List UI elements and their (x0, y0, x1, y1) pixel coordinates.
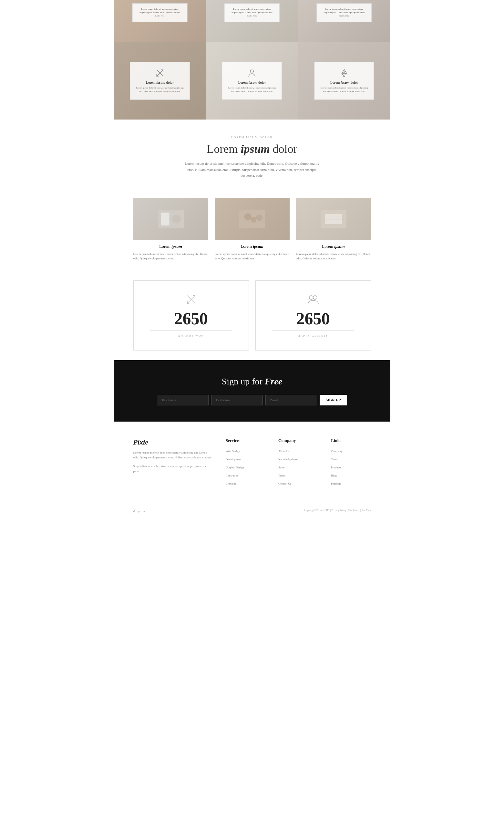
svg-point-12 (256, 214, 262, 221)
footer-about-1: Lorem ipsum dolor sit enet, consectetuer… (133, 450, 213, 460)
svg-point-20 (313, 296, 317, 299)
portfolio-item-1[interactable]: Lorem ipsum dolor sit amet, consectetuer… (114, 0, 206, 42)
link-company[interactable]: Company (331, 450, 342, 453)
link-team[interactable]: Team (331, 458, 338, 461)
facebook-icon[interactable]: f (133, 509, 135, 515)
twitter-icon[interactable]: t (139, 509, 140, 515)
footer-top: Pixie Lorem ipsum dolor sit enet, consec… (133, 438, 371, 488)
footer-company: Company About Us Knowledge base Story Te… (278, 438, 318, 488)
feature-1: Lorem ipsum Lorem ipsum dolor sit amet, … (133, 198, 208, 261)
feature-title-3: Lorem ipsum (296, 244, 371, 249)
services-list: Web Design Development Graphic Design Il… (226, 448, 265, 486)
list-item: Branding (226, 480, 265, 486)
portfolio-item-2[interactable]: Lorem ipsum dolor sit amet, consectetuer… (206, 0, 298, 42)
footer-brand: Pixie Lorem ipsum dolor sit enet, consec… (133, 438, 213, 488)
portfolio-desc-4: Lorem ipsum dolor sit amet, consectetuer… (136, 86, 184, 93)
svg-marker-4 (342, 72, 346, 75)
svg-point-2 (250, 70, 253, 73)
social-links: f t t (133, 509, 145, 515)
tumblr-icon[interactable]: t (143, 509, 145, 515)
portfolio-desc-6: Lorem ipsum dolor sit amet, consectetuer… (320, 86, 368, 93)
signup-title: Sign up for Free (120, 376, 384, 387)
list-item: Illustration (226, 472, 265, 478)
list-item: Story (278, 464, 318, 470)
features-section: Lorem ipsum Lorem ipsum dolor sit amet, … (114, 188, 390, 271)
awards-label: AWARDS WON (140, 334, 242, 337)
section-label: LOREM IPSUM DOLOR (120, 136, 384, 139)
list-item: Web Design (226, 448, 265, 453)
signup-form: SIGN UP (120, 395, 384, 405)
list-item: Portfolio (331, 480, 371, 486)
company-about[interactable]: About Us (278, 450, 290, 453)
clients-number: 2650 (262, 310, 364, 327)
clients-icon (262, 294, 364, 307)
svg-rect-7 (160, 212, 169, 226)
feature-image-1 (133, 198, 208, 240)
copyright: Copyright Website 2017 | Privacy Policy … (304, 509, 371, 512)
footer-bottom: f t t Copyright Website 2017 | Privacy P… (133, 501, 371, 515)
list-item: Products (331, 464, 371, 470)
feature-image-3 (296, 198, 371, 240)
company-contact[interactable]: Contact Us (278, 482, 291, 485)
portfolio-text-3: Lorem ipsum dolor sit amet, consectetuer… (322, 7, 365, 18)
footer-about-2: Suspendisse urna nibh, viverra non, semp… (133, 464, 213, 474)
list-item: About Us (278, 448, 318, 453)
company-list: About Us Knowledge base Story Terms Cont… (278, 448, 318, 486)
portfolio-row2: Lorem ipsum dolor Lorem ipsum dolor sit … (114, 42, 390, 119)
company-heading: Company (278, 438, 318, 443)
svg-point-10 (244, 213, 251, 220)
service-graphic-design[interactable]: Graphic Design (226, 466, 244, 469)
svg-rect-14 (325, 214, 342, 224)
service-development[interactable]: Development (226, 458, 242, 461)
person-icon (228, 68, 276, 79)
stat-clients: 2650 HAPPY CLIENTS (255, 280, 371, 350)
link-products[interactable]: Products (331, 466, 341, 469)
list-item: Company (331, 448, 371, 453)
footer-links: Links Company Team Products Blog Portfol… (331, 438, 371, 488)
services-heading: Services (226, 438, 265, 443)
clients-divider (272, 331, 354, 331)
service-illustration[interactable]: Illustration (226, 474, 239, 477)
link-portfolio[interactable]: Portfolio (331, 482, 341, 485)
clients-label: HAPPY CLIENTS (262, 334, 364, 337)
portfolio-item-5[interactable]: Lorem ipsum dolor Lorem ipsum dolor sit … (206, 42, 298, 119)
feature-desc-3: Lorem ipsum dolor sit amet, consectetuer… (296, 252, 371, 261)
section-title: Lorem ipsum dolor (120, 142, 384, 156)
feature-image-2 (215, 198, 290, 240)
portfolio-text-1: Lorem ipsum dolor sit amet, consectetuer… (139, 7, 182, 18)
signup-button[interactable]: SIGN UP (320, 395, 347, 405)
list-item: Graphic Design (226, 464, 265, 470)
feature-title-2: Lorem ipsum (215, 244, 290, 249)
lastname-input[interactable] (211, 395, 263, 405)
svg-point-8 (172, 215, 181, 224)
svg-rect-5 (344, 75, 345, 77)
portfolio-item-4[interactable]: Lorem ipsum dolor Lorem ipsum dolor sit … (114, 42, 206, 119)
service-web-design[interactable]: Web Design (226, 450, 240, 453)
awards-icon (140, 294, 242, 307)
links-heading: Links (331, 438, 371, 443)
links-list: Company Team Products Blog Portfolio (331, 448, 371, 486)
portfolio-text-2: Lorem ipsum dolor sit amet, consectetuer… (231, 7, 273, 18)
company-terms[interactable]: Terms (278, 474, 286, 477)
list-item: Development (226, 456, 265, 461)
portfolio-title-4: Lorem ipsum dolor (136, 81, 184, 84)
footer-logo: Pixie (133, 438, 213, 446)
company-knowledge[interactable]: Knowledge base (278, 458, 298, 461)
portfolio-desc-5: Lorem ipsum dolor sit amet, consectetuer… (228, 86, 276, 93)
stat-awards: 2650 AWARDS WON (133, 280, 249, 350)
feature-desc-1: Lorem ipsum dolor sit amet, consectetuer… (133, 252, 208, 261)
svg-point-19 (309, 296, 313, 299)
email-input[interactable] (265, 395, 317, 405)
link-blog[interactable]: Blog (331, 474, 337, 477)
company-story[interactable]: Story (278, 466, 285, 469)
signup-section: Sign up for Free SIGN UP (114, 360, 390, 422)
list-item: Knowledge base (278, 456, 318, 461)
feature-2: Lorem ipsum Lorem ipsum dolor sit amet, … (215, 198, 290, 261)
section-description: Lorem ipsum dolor sit amet, consectetuer… (184, 160, 320, 179)
firstname-input[interactable] (157, 395, 209, 405)
portfolio-item-3[interactable]: Lorem ipsum dolor sit amet, consectetuer… (298, 0, 390, 42)
service-branding[interactable]: Branding (226, 482, 237, 485)
portfolio-item-6[interactable]: Lorem ipsum dolor Lorem ipsum dolor sit … (298, 42, 390, 119)
awards-number: 2650 (140, 310, 242, 327)
section-header: LOREM IPSUM DOLOR Lorem ipsum dolor Lore… (114, 119, 390, 188)
